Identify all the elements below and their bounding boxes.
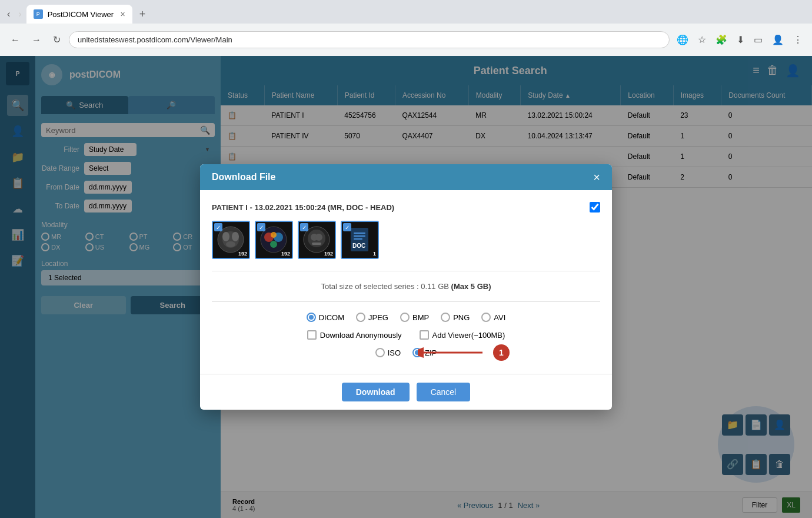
- add-viewer-checkbox[interactable]: [420, 330, 429, 340]
- svg-text:DOC: DOC: [352, 243, 365, 249]
- cancel-button[interactable]: Cancel: [417, 383, 471, 401]
- menu-icon[interactable]: ⋮: [791, 32, 805, 48]
- total-size-text: Total size of selected series : 0.11 GB …: [212, 277, 600, 295]
- tab-title: PostDICOM Viewer: [48, 10, 114, 19]
- series-check-1: ✓: [214, 223, 222, 231]
- format-avi[interactable]: AVI: [481, 313, 505, 322]
- modal-close-button[interactable]: ×: [593, 171, 600, 183]
- patient-select-checkbox[interactable]: [590, 202, 600, 212]
- add-viewer-label: Add Viewer(~100MB): [432, 331, 505, 340]
- browser-forward-button[interactable]: →: [28, 32, 45, 48]
- modal-title: Download File: [212, 172, 275, 182]
- format-bmp[interactable]: BMP: [400, 313, 429, 322]
- radio-iso-outer: [375, 348, 385, 357]
- modal-footer: Download Cancel: [200, 374, 612, 410]
- download-file-modal: Download File × PATIENT I - 13.02.2021 1…: [200, 164, 612, 410]
- modal-header: Download File ×: [200, 164, 612, 190]
- svg-point-3: [222, 232, 229, 241]
- download-anon-label: Download Anonymously: [320, 331, 402, 340]
- svg-point-5: [226, 241, 235, 247]
- series-check-4: ✓: [343, 223, 351, 231]
- patient-info-row: PATIENT I - 13.02.2021 15:00:24 (MR, DOC…: [212, 202, 600, 212]
- compress-zip[interactable]: ZIP: [412, 348, 437, 357]
- radio-dicom-outer: [307, 313, 316, 322]
- series-thumb-1[interactable]: ✓ 192: [212, 221, 250, 259]
- svg-point-4: [232, 232, 239, 241]
- format-dicom[interactable]: DICOM: [307, 313, 344, 322]
- compress-zip-label: ZIP: [425, 348, 437, 357]
- series-count-2: 192: [281, 251, 290, 257]
- translate-icon[interactable]: 🌐: [674, 32, 691, 48]
- bookmark-icon[interactable]: ☆: [695, 32, 708, 48]
- svg-rect-17: [312, 243, 321, 245]
- patient-info-text: PATIENT I - 13.02.2021 15:00:24 (MR, DOC…: [212, 203, 394, 212]
- modal-divider-1: [212, 271, 600, 271]
- format-bmp-label: BMP: [412, 313, 429, 322]
- radio-zip-outer: [412, 348, 422, 357]
- browser-tab[interactable]: P PostDICOM Viewer ×: [26, 5, 132, 24]
- new-tab-button[interactable]: +: [135, 6, 151, 23]
- series-count-1: 192: [238, 251, 247, 257]
- svg-rect-22: [354, 238, 362, 240]
- annotation-number: 1: [493, 344, 510, 361]
- format-png-label: PNG: [453, 313, 470, 322]
- checkbox-options: Download Anonymously Add Viewer(~100MB): [212, 327, 600, 343]
- modal-overlay: Download File × PATIENT I - 13.02.2021 1…: [0, 56, 812, 518]
- compress-iso-label: ISO: [388, 348, 401, 357]
- series-thumbnails: ✓ 192 ✓: [212, 221, 600, 259]
- svg-point-11: [271, 232, 277, 238]
- format-avi-label: AVI: [494, 313, 505, 322]
- format-dicom-label: DICOM: [319, 313, 344, 322]
- format-png[interactable]: PNG: [441, 313, 470, 322]
- browser-refresh-button[interactable]: ↻: [49, 32, 64, 48]
- series-check-2: ✓: [257, 223, 265, 231]
- radio-bmp-outer: [400, 313, 410, 322]
- tab-close-button[interactable]: ×: [120, 9, 125, 19]
- series-check-3: ✓: [300, 223, 308, 231]
- modal-body: PATIENT I - 13.02.2021 15:00:24 (MR, DOC…: [200, 190, 612, 374]
- forward-nav-icon: ›: [16, 9, 24, 19]
- svg-point-16: [315, 234, 322, 241]
- download-icon[interactable]: ⬇: [734, 32, 747, 48]
- svg-point-10: [270, 241, 277, 248]
- add-viewer-option[interactable]: Add Viewer(~100MB): [420, 330, 505, 340]
- series-thumb-2[interactable]: ✓ 192: [255, 221, 293, 259]
- download-anon-option[interactable]: Download Anonymously: [307, 330, 402, 340]
- radio-jpeg-outer: [356, 313, 365, 322]
- radio-zip-inner: [415, 350, 420, 355]
- profile-icon[interactable]: 👤: [770, 32, 786, 48]
- radio-dicom-inner: [309, 315, 314, 320]
- series-count-3: 192: [324, 251, 333, 257]
- series-thumb-4[interactable]: ✓ DOC 1: [341, 221, 379, 259]
- series-thumb-3[interactable]: ✓ 192: [298, 221, 336, 259]
- radio-png-outer: [441, 313, 450, 322]
- svg-rect-20: [354, 233, 365, 234]
- modal-divider-2: [212, 301, 600, 302]
- sidebar-toggle-icon[interactable]: ▭: [751, 32, 765, 48]
- back-nav-icon: ‹: [5, 9, 12, 19]
- address-bar[interactable]: [69, 31, 670, 48]
- tab-favicon: P: [34, 9, 43, 19]
- radio-avi-outer: [481, 313, 491, 322]
- format-jpeg-label: JPEG: [368, 313, 388, 322]
- download-anon-checkbox[interactable]: [307, 330, 317, 340]
- browser-back-button[interactable]: ←: [7, 32, 24, 48]
- svg-rect-21: [354, 235, 365, 237]
- compress-iso[interactable]: ISO: [375, 348, 401, 357]
- series-count-4: 1: [373, 251, 376, 257]
- format-jpeg[interactable]: JPEG: [356, 313, 388, 322]
- compress-options: ISO ZIP 1: [212, 343, 600, 362]
- download-button[interactable]: Download: [342, 383, 410, 401]
- format-options: DICOM JPEG BMP PNG AVI: [212, 308, 600, 327]
- extensions-icon[interactable]: 🧩: [713, 32, 730, 48]
